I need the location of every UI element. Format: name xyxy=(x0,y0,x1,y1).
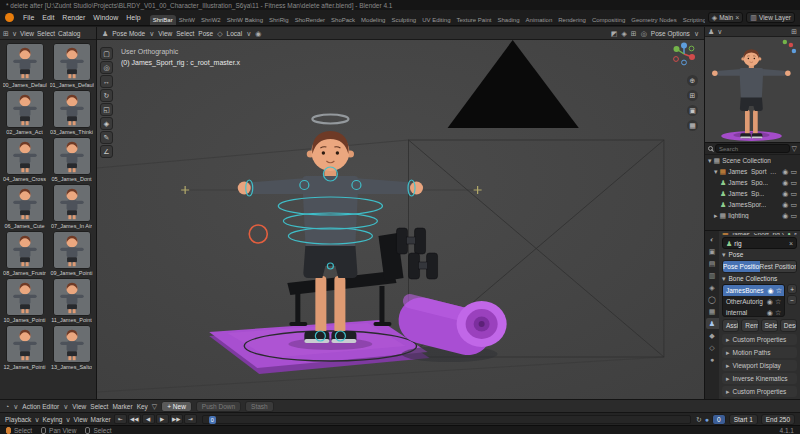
asset-item[interactable]: 08_James_Frustr xyxy=(2,231,47,276)
cursor-tool[interactable]: ◎ xyxy=(100,61,113,74)
viewport-menu-select[interactable]: Select xyxy=(176,30,194,37)
asset-item[interactable]: 03_James_Thinki xyxy=(49,90,94,135)
frame-start-field[interactable]: Start 1 xyxy=(729,414,758,425)
dope-menu-view[interactable]: View xyxy=(72,403,86,410)
chevron-down-icon[interactable]: ∨ xyxy=(149,30,154,37)
pose-position-button[interactable]: Pose Position xyxy=(723,261,760,272)
measure-tool[interactable]: ∠ xyxy=(100,145,113,158)
next-keyframe-button[interactable]: ▶▶ xyxy=(170,414,183,424)
select-box-tool[interactable]: ▢ xyxy=(100,47,113,60)
eye-icon[interactable]: ◉ xyxy=(782,168,788,175)
asset-item[interactable]: 12_James_Pointi xyxy=(2,325,47,370)
secondary-viewport-canvas[interactable] xyxy=(705,37,800,142)
asset-menu-view[interactable]: View xyxy=(20,30,34,37)
bone-collections-header[interactable]: ▾ Bone Collections xyxy=(722,275,797,282)
orientation-dropdown[interactable]: Local xyxy=(227,30,243,37)
screen-icon[interactable]: ▭ xyxy=(790,201,797,208)
chevron-down-icon[interactable]: ∨ xyxy=(65,416,70,423)
stash-button[interactable]: Stash xyxy=(245,401,274,412)
asset-item[interactable]: 05_James_Dont xyxy=(49,137,94,182)
tab-physics[interactable]: ● xyxy=(706,354,719,365)
annotate-tool[interactable]: ✎ xyxy=(100,131,113,144)
chevron-expanded-icon[interactable]: ▾ xyxy=(708,157,712,164)
ortho-toggle-icon[interactable]: ▦ xyxy=(687,120,698,131)
panel-custom-properties[interactable]: ▸ Custom Properties xyxy=(722,334,797,345)
editor-type-icon[interactable]: ♟ xyxy=(102,30,108,37)
asset-item[interactable]: 01_James_Default xyxy=(49,43,94,88)
menu-help[interactable]: Help xyxy=(122,12,144,23)
asset-item[interactable]: 00_James_Defaul xyxy=(2,43,47,88)
current-frame-field[interactable]: 0 xyxy=(712,414,726,425)
viewport-menu-pose[interactable]: Pose xyxy=(198,30,213,37)
camera-view-icon[interactable]: ▣ xyxy=(687,105,698,116)
timeline-ruler[interactable]: 0 xyxy=(202,415,691,424)
snap-icon[interactable]: ◇ xyxy=(217,30,222,37)
editor-type-icon[interactable]: ◔ xyxy=(5,403,9,410)
outliner-row-scene-collection[interactable]: ▾ ▦ Scene Collection xyxy=(705,155,800,166)
workspace-tab[interactable]: Shading xyxy=(495,15,523,25)
tab-object[interactable]: ▦ xyxy=(706,306,719,317)
chevron-right-icon[interactable]: ▸ xyxy=(714,212,718,219)
eye-icon[interactable]: ◉ xyxy=(767,298,773,305)
asset-menu-catalog[interactable]: Catalog xyxy=(58,30,80,37)
sync-icon[interactable]: ↻ xyxy=(696,416,702,423)
datablock-name-field[interactable]: ♟ rig × xyxy=(722,237,797,249)
frame-end-field[interactable]: End 250 xyxy=(761,414,795,425)
overlay-toggle-icon[interactable]: ◩ xyxy=(611,30,618,37)
scene-selector[interactable]: ◈ Main × xyxy=(708,12,744,23)
editor-mode-dropdown[interactable]: Action Editor xyxy=(22,403,59,410)
dope-menu-marker[interactable]: Marker xyxy=(112,403,132,410)
menu-window[interactable]: Window xyxy=(89,12,122,23)
timeline-menu-playback[interactable]: Playback xyxy=(5,416,31,423)
pose-options-dropdown[interactable]: Pose Options xyxy=(651,30,690,37)
shading-toggle-icon[interactable]: ⊞ xyxy=(631,30,637,37)
viewport-canvas[interactable] xyxy=(97,40,704,399)
asset-menu-select[interactable]: Select xyxy=(37,30,55,37)
eye-icon[interactable]: ◉ xyxy=(768,287,774,294)
jump-to-start-button[interactable]: ⇤ xyxy=(114,414,127,424)
jump-to-end-button[interactable]: ⇥ xyxy=(184,414,197,424)
shading-toggle-icon[interactable]: ⊞ xyxy=(791,28,797,35)
select-button[interactable]: Select xyxy=(761,319,778,332)
push-down-button[interactable]: Push Down xyxy=(196,401,241,412)
filter-icon[interactable]: ▽ xyxy=(792,145,797,152)
chevron-down-icon[interactable]: ∨ xyxy=(246,30,251,37)
workspace-tab[interactable]: ShoRender xyxy=(292,15,328,25)
tab-tool[interactable]: ◐ xyxy=(706,234,719,245)
asset-item[interactable]: 04_James_Cross xyxy=(2,137,47,182)
navigation-gizmo[interactable] xyxy=(672,42,696,68)
asset-item[interactable]: 07_James_In Air xyxy=(49,184,94,229)
timeline-menu-marker[interactable]: Marker xyxy=(90,416,110,423)
solo-star-icon[interactable]: ☆ xyxy=(775,298,781,305)
asset-item[interactable]: 13_James_Salto xyxy=(49,325,94,370)
tab-render[interactable]: ▣ xyxy=(706,246,719,257)
workspace-tab[interactable]: ShriW xyxy=(176,15,198,25)
editor-type-icon[interactable]: ⊞ xyxy=(3,30,9,37)
menu-file[interactable]: File xyxy=(19,12,38,23)
workspace-tab[interactable]: Compositing xyxy=(589,15,628,25)
asset-item[interactable]: 09_James_Pointi xyxy=(49,231,94,276)
panel-viewport-display[interactable]: ▸ Viewport Display xyxy=(722,360,797,371)
panel-motion-paths[interactable]: ▸ Motion Paths xyxy=(722,347,797,358)
breadcrumb-data[interactable]: rig xyxy=(794,233,797,235)
workspace-tab[interactable]: Animation xyxy=(523,15,556,25)
blender-logo-icon[interactable] xyxy=(5,13,14,22)
bone-collection-row[interactable]: OtherAutorig ◉ ☆ xyxy=(723,296,784,307)
menu-render[interactable]: Render xyxy=(58,12,89,23)
workspace-tab[interactable]: Modeling xyxy=(358,15,388,25)
breadcrumb-object[interactable]: James_Sport_rig xyxy=(731,233,780,235)
remove-button[interactable]: Remove xyxy=(741,319,758,332)
dope-menu-select[interactable]: Select xyxy=(90,403,108,410)
bone-collection-row[interactable]: JamesBones ◉ ☆ xyxy=(723,285,784,296)
auto-key-icon[interactable]: ● xyxy=(705,416,709,423)
viewport-menu-view[interactable]: View xyxy=(158,30,172,37)
tab-bone-constraints[interactable]: ◇ xyxy=(706,342,719,353)
chevron-down-icon[interactable]: ∨ xyxy=(34,416,39,423)
xray-toggle-icon[interactable]: ◎ xyxy=(641,30,647,37)
eye-icon[interactable]: ◉ xyxy=(782,179,788,186)
workspace-tab[interactable]: ShriRig xyxy=(266,15,292,25)
outliner-row-collection[interactable]: ▾ ▦ James_Sport_b... ◉ ▭ xyxy=(705,166,800,177)
chevron-down-icon[interactable]: ∨ xyxy=(12,30,17,37)
deselect-button[interactable]: Deselect xyxy=(780,319,797,332)
proportional-edit-icon[interactable]: ◉ xyxy=(255,30,261,37)
